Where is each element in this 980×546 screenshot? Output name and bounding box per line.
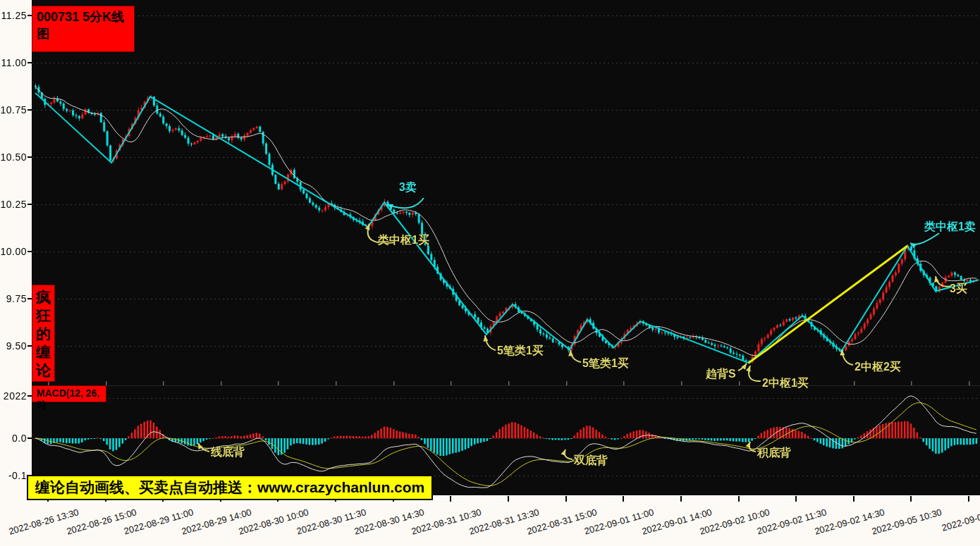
promo-banner-link[interactable]: 缠论自动画线、买卖点自动推送：www.crazychanlun.com: [27, 475, 433, 500]
annotation-label: 2中枢2买: [855, 360, 901, 375]
chart-title-box: 000731 5分K线图: [32, 6, 135, 52]
x-axis-tick: [968, 496, 969, 502]
watermark-char: 的: [32, 325, 54, 343]
y-axis-tick: [27, 251, 32, 252]
y-axis-price-label: 9.75: [0, 293, 27, 304]
annotation-label: 线底背: [211, 445, 245, 460]
chart-app-window: { "window": {"width": 1390, "height": 77…: [0, 0, 980, 546]
annotation-label: 类中枢1买: [378, 233, 429, 248]
y-axis-price-label: 10.25: [0, 199, 27, 210]
y-axis-price-label: 9.50: [0, 340, 27, 352]
watermark-char: 缠: [32, 343, 54, 361]
watermark-char: 狂: [32, 306, 54, 325]
annotation-label: 3买: [950, 282, 967, 297]
y-axis-price-label: 10.50: [0, 151, 27, 163]
annotation-label: 双底背: [574, 454, 608, 469]
chart-title: 000731 5分K线图: [37, 10, 124, 41]
x-axis-tick: [738, 496, 740, 502]
watermark-char: 疯: [32, 288, 54, 306]
macd-axis-label: 0.0: [0, 433, 27, 444]
watermark-box: 疯狂的缠论: [32, 285, 55, 382]
macd-axis-label: -0.1: [0, 470, 27, 481]
promo-banner-text: 缠论自动画线、买卖点自动推送：www.crazychanlun.com: [35, 479, 424, 495]
annotation-label: 5笔类1买: [582, 356, 629, 371]
x-axis-tick: [508, 496, 509, 502]
annotation-label: 5笔类1买: [497, 344, 544, 359]
x-axis-tick: [623, 496, 624, 502]
y-axis-stray-label: 2022: [0, 390, 27, 402]
y-axis-price-label: 11.00: [0, 57, 27, 68]
y-axis-price-label: 11.25: [0, 10, 27, 21]
x-axis-tick: [680, 496, 682, 502]
x-axis-tick: [450, 496, 451, 502]
y-axis-price-label: 10.00: [0, 246, 27, 257]
watermark-char: 论: [32, 361, 54, 380]
x-axis-tick: [853, 496, 855, 502]
x-axis-tick: [910, 496, 912, 502]
y-axis-price-label: 10.75: [0, 104, 27, 116]
annotation-label: 趋背S: [706, 367, 736, 382]
x-axis-tick: [795, 496, 797, 502]
macd-indicator-label: MACD(12, 26, 9): [32, 385, 106, 402]
kline-macd-chart-canvas[interactable]: [0, 0, 980, 495]
y-axis-tick: [27, 62, 32, 63]
annotation-label: 积底背: [757, 446, 791, 461]
annotation-label: 3卖: [399, 180, 417, 195]
annotation-label: 类中枢1卖: [924, 220, 976, 235]
x-axis-tick: [565, 496, 567, 502]
y-axis-tick: [27, 109, 32, 111]
y-axis-tick: [27, 204, 32, 205]
annotation-label: 2中枢1买: [762, 376, 809, 391]
y-axis-tick: [27, 438, 32, 439]
y-axis-tick: [27, 156, 32, 158]
